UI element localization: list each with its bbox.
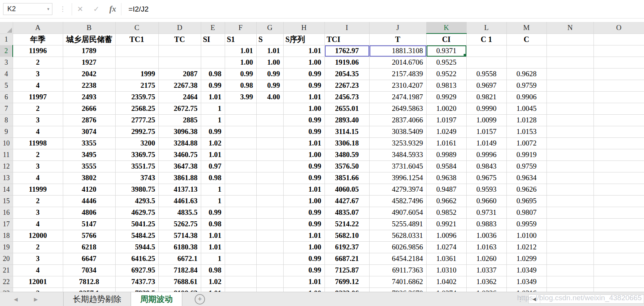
tab-zhouqi-bodong[interactable]: 周期波动 — [131, 292, 182, 306]
cell-D8[interactable]: 2885 — [158, 114, 201, 126]
cell-K22[interactable]: 1.0402 — [426, 276, 466, 288]
cell-F17[interactable] — [225, 218, 256, 230]
cell-K23[interactable]: 1.0374 — [426, 288, 466, 292]
cell-G4[interactable]: 0.99 — [256, 68, 283, 80]
cell-E17[interactable]: 0.98 — [201, 218, 225, 230]
cell-J18[interactable]: 5628.0331 — [369, 230, 426, 241]
cell-I18[interactable]: 5682.10 — [325, 230, 369, 241]
cell-G12[interactable] — [256, 161, 283, 172]
cell-E2[interactable] — [201, 45, 225, 57]
cell-J15[interactable]: 4582.7496 — [369, 195, 426, 207]
cell-N17[interactable] — [546, 218, 594, 230]
cell-G16[interactable] — [256, 207, 283, 218]
cell-H9[interactable]: 0.99 — [283, 126, 325, 137]
cell-F20[interactable] — [225, 253, 256, 264]
cell-E4[interactable]: 0.98 — [201, 68, 225, 80]
scroll-left-icon[interactable]: ◀ — [529, 295, 540, 303]
cell-B5[interactable]: 2238 — [63, 80, 115, 91]
cell-B17[interactable]: 5147 — [63, 218, 115, 230]
cell-H20[interactable]: 0.99 — [283, 253, 325, 264]
cell-M2[interactable] — [506, 45, 546, 57]
cell-O22[interactable] — [594, 276, 644, 288]
cell-I21[interactable]: 7125.87 — [325, 264, 369, 276]
cell-B20[interactable]: 6647 — [63, 253, 115, 264]
cell-E8[interactable]: 1 — [201, 114, 225, 126]
cell-C15[interactable]: 4293.5 — [115, 195, 158, 207]
cell-O1[interactable] — [594, 33, 644, 45]
cell-O20[interactable] — [594, 253, 644, 264]
cell-I9[interactable]: 3114.15 — [325, 126, 369, 137]
cell-M19[interactable]: 1.0212 — [506, 241, 546, 253]
cell-L7[interactable]: 0.9990 — [466, 103, 506, 114]
cell-C2[interactable] — [115, 45, 158, 57]
cell-N1[interactable] — [546, 33, 594, 45]
cell-C13[interactable]: 3743 — [115, 172, 158, 184]
cell-L1[interactable]: C 1 — [466, 33, 506, 45]
column-header-J[interactable]: J — [369, 22, 426, 33]
cell-B22[interactable]: 7812.8 — [63, 276, 115, 288]
cell-H2[interactable]: 1.01 — [283, 45, 325, 57]
cell-A12[interactable]: 3 — [13, 161, 63, 172]
cell-F10[interactable] — [225, 137, 256, 149]
cell-F11[interactable] — [225, 149, 256, 161]
cell-O4[interactable] — [594, 68, 644, 80]
cell-O3[interactable] — [594, 57, 644, 68]
cell-M4[interactable]: 0.9628 — [506, 68, 546, 80]
cell-A1[interactable]: 年季 — [13, 33, 63, 45]
cell-D1[interactable]: TC — [158, 33, 201, 45]
select-all-button[interactable] — [0, 22, 13, 33]
cell-A20[interactable]: 3 — [13, 253, 63, 264]
cell-M23[interactable]: 1.0316 — [506, 288, 546, 292]
cell-J16[interactable]: 4907.6054 — [369, 207, 426, 218]
cell-N7[interactable] — [546, 103, 594, 114]
cell-H5[interactable]: 0.99 — [283, 80, 325, 91]
cell-C16[interactable]: 4629.75 — [115, 207, 158, 218]
cell-M12[interactable]: 0.9759 — [506, 161, 546, 172]
cell-B11[interactable]: 3495 — [63, 149, 115, 161]
cell-E3[interactable] — [201, 57, 225, 68]
cell-I5[interactable]: 2267.23 — [325, 80, 369, 91]
cell-C17[interactable]: 5041.25 — [115, 218, 158, 230]
cell-A22[interactable]: 12001 — [13, 276, 63, 288]
cell-I1[interactable]: TCI — [325, 33, 369, 45]
cell-J13[interactable]: 3996.1254 — [369, 172, 426, 184]
cell-E1[interactable]: SI — [201, 33, 225, 45]
cell-O11[interactable] — [594, 149, 644, 161]
cell-J17[interactable]: 5255.4891 — [369, 218, 426, 230]
cell-H19[interactable]: 1.00 — [283, 241, 325, 253]
cell-N2[interactable] — [546, 45, 594, 57]
cell-G9[interactable] — [256, 126, 283, 137]
row-header-9[interactable]: 9 — [0, 126, 13, 137]
cell-D3[interactable] — [158, 57, 201, 68]
row-header-11[interactable]: 11 — [0, 149, 13, 161]
cell-K2[interactable]: 0.9371 — [426, 45, 466, 57]
cell-J6[interactable]: 2474.1987 — [369, 91, 426, 103]
cell-A2[interactable]: 11996 — [13, 45, 63, 57]
cell-A21[interactable]: 4 — [13, 264, 63, 276]
cell-A5[interactable]: 4 — [13, 80, 63, 91]
cell-B3[interactable]: 1927 — [63, 57, 115, 68]
cell-L9[interactable]: 1.0157 — [466, 126, 506, 137]
cell-L3[interactable] — [466, 57, 506, 68]
cell-D20[interactable]: 6672.1 — [158, 253, 201, 264]
cell-L2[interactable] — [466, 45, 506, 57]
column-header-F[interactable]: F — [225, 22, 256, 33]
cell-B16[interactable]: 4806 — [63, 207, 115, 218]
column-header-B[interactable]: B — [63, 22, 115, 33]
cell-B21[interactable]: 7034 — [63, 264, 115, 276]
cell-J20[interactable]: 6454.2184 — [369, 253, 426, 264]
cell-D23[interactable]: 8198.63 — [158, 288, 201, 292]
cell-I22[interactable]: 7699.12 — [325, 276, 369, 288]
cell-I12[interactable]: 3576.50 — [325, 161, 369, 172]
cell-C18[interactable]: 5484.25 — [115, 230, 158, 241]
cell-O23[interactable] — [594, 288, 644, 292]
cell-L15[interactable]: 0.9660 — [466, 195, 506, 207]
column-header-G[interactable]: G — [256, 22, 283, 33]
cell-F6[interactable]: 3.99 — [225, 91, 256, 103]
cell-L16[interactable]: 0.9731 — [466, 207, 506, 218]
row-header-10[interactable]: 10 — [0, 137, 13, 149]
cell-A9[interactable]: 4 — [13, 126, 63, 137]
cell-N14[interactable] — [546, 184, 594, 195]
cell-D19[interactable]: 6180.38 — [158, 241, 201, 253]
cell-H21[interactable]: 0.99 — [283, 264, 325, 276]
